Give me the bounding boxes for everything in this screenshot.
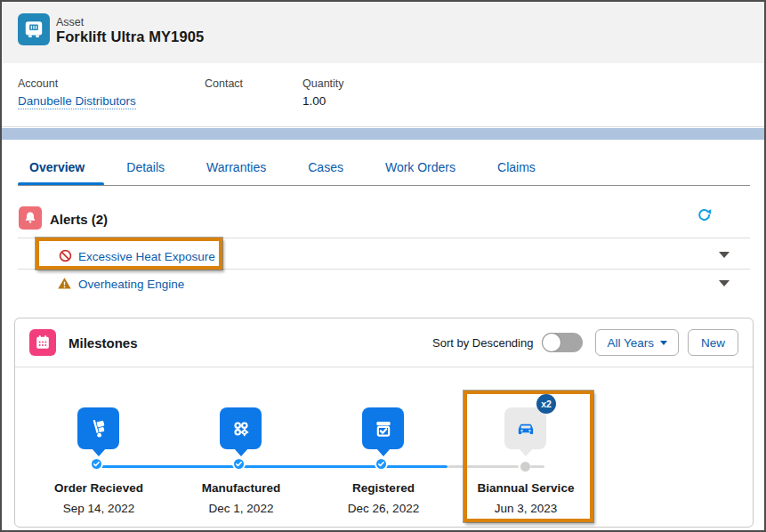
record-tabs: Overview Details Warranties Cases Work O… [29,160,536,174]
annotation-highlight-milestone [464,391,593,522]
milestone-marker-manufactured[interactable] [220,407,262,449]
year-filter-button[interactable]: All Years [595,329,679,356]
tab-claims[interactable]: Claims [497,160,536,174]
field-label: Quantity [302,77,344,90]
highlights-panel: Account Danubelle Distributors Contact Q… [2,63,764,127]
year-filter-label: All Years [607,336,654,350]
record-header: Asset Forklift Ultra MY1905 [2,2,764,63]
timeline-completed-line [99,465,448,468]
page-background-band [2,128,764,140]
milestone-label: Registered [312,481,455,495]
alerts-section-title: Alerts (2) [50,212,108,227]
quantity-value: 1.00 [302,94,344,108]
field-account: Account Danubelle Distributors [18,77,136,109]
milestone-date: Dec 26, 2022 [312,502,455,515]
calendar-icon [34,334,52,351]
refresh-button[interactable] [696,207,714,225]
caret-down-icon [660,341,667,345]
alert-link-overheating-engine[interactable]: Overheating Engine [78,278,184,291]
tab-warranties[interactable]: Warranties [206,160,266,174]
milestones-card: Milestones Sort by Descending All Years … [14,318,754,528]
check-icon [375,457,388,471]
bell-icon [22,210,38,226]
manufacturing-icon [230,417,253,440]
tab-cases[interactable]: Cases [308,160,343,174]
asset-record-page: Asset Forklift Ultra MY1905 Account Danu… [0,0,766,532]
milestone-label: Order Recieved [28,481,170,495]
milestone-marker-order-received[interactable] [77,407,119,449]
annotation-highlight-alert-row [36,238,222,270]
machine-icon [22,18,45,41]
object-type-label: Asset [56,16,84,28]
milestone-date: Sep 14, 2022 [28,502,170,515]
new-button-label: New [701,336,725,350]
registration-box-icon [372,417,395,440]
refresh-icon [696,207,714,225]
chevron-down-icon[interactable] [719,280,730,286]
field-contact: Contact [205,77,243,94]
new-milestone-button[interactable]: New [688,329,738,356]
sort-descending-toggle[interactable] [542,333,583,352]
tab-overview[interactable]: Overview [29,160,85,174]
milestone-label: Manufactured [170,481,312,495]
check-icon [232,457,246,471]
tab-work-orders[interactable]: Work Orders [385,160,456,174]
marker-tail [234,448,248,456]
field-label: Contact [205,77,243,90]
field-label: Account [18,77,136,90]
asset-object-icon [18,13,50,45]
marker-tail [92,448,106,456]
milestones-section-title: Milestones [69,335,138,351]
tab-details[interactable]: Details [126,160,165,174]
milestone-marker-registered[interactable] [362,407,404,449]
hand-truck-icon [87,417,110,440]
toggle-knob [543,334,560,351]
page-title: Forklift Ultra MY1905 [56,28,204,45]
marker-tail [376,448,391,456]
chevron-down-icon[interactable] [719,252,730,258]
check-icon [90,457,103,471]
account-link[interactable]: Danubelle Distributors [18,94,136,109]
milestones-header: Milestones Sort by Descending All Years … [15,318,753,367]
field-quantity: Quantity 1.00 [302,77,344,108]
tabbar-divider [18,185,750,186]
warning-triangle-icon [57,276,72,291]
sort-toggle-label: Sort by Descending [432,336,533,350]
milestone-date: Dec 1, 2022 [170,502,312,515]
milestones-section-icon [29,329,56,356]
alerts-section-icon [19,206,42,230]
